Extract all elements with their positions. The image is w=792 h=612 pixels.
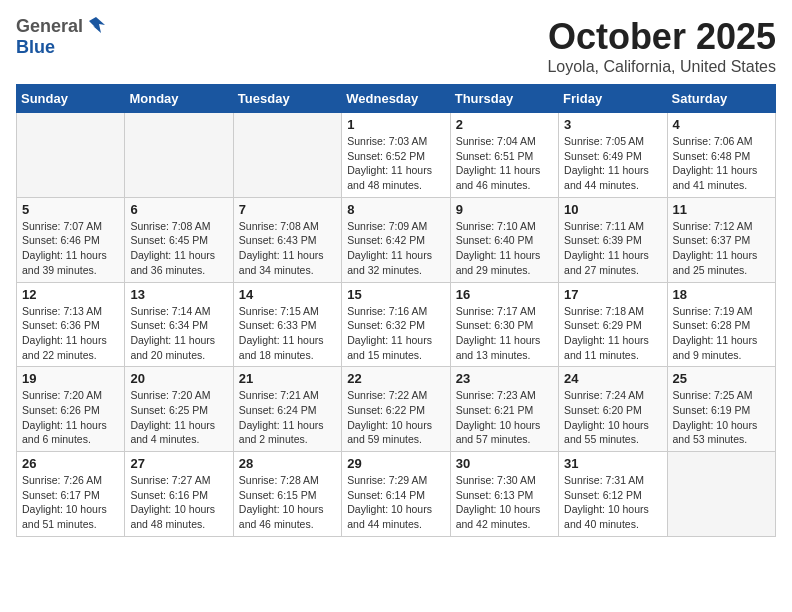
logo: General Blue [16,16,107,58]
calendar-cell: 14Sunrise: 7:15 AMSunset: 6:33 PMDayligh… [233,282,341,367]
calendar-cell: 4Sunrise: 7:06 AMSunset: 6:48 PMDaylight… [667,113,775,198]
weekday-header-saturday: Saturday [667,85,775,113]
title-block: October 2025 Loyola, California, United … [547,16,776,76]
day-number: 25 [673,371,770,386]
cell-info: Sunrise: 7:04 AMSunset: 6:51 PMDaylight:… [456,134,553,193]
cell-info: Sunrise: 7:05 AMSunset: 6:49 PMDaylight:… [564,134,661,193]
cell-info: Sunrise: 7:31 AMSunset: 6:12 PMDaylight:… [564,473,661,532]
calendar-cell: 3Sunrise: 7:05 AMSunset: 6:49 PMDaylight… [559,113,667,198]
day-number: 7 [239,202,336,217]
cell-info: Sunrise: 7:20 AMSunset: 6:26 PMDaylight:… [22,388,119,447]
calendar-row-3: 12Sunrise: 7:13 AMSunset: 6:36 PMDayligh… [17,282,776,367]
calendar-cell: 7Sunrise: 7:08 AMSunset: 6:43 PMDaylight… [233,197,341,282]
cell-info: Sunrise: 7:25 AMSunset: 6:19 PMDaylight:… [673,388,770,447]
day-number: 15 [347,287,444,302]
cell-info: Sunrise: 7:07 AMSunset: 6:46 PMDaylight:… [22,219,119,278]
cell-info: Sunrise: 7:28 AMSunset: 6:15 PMDaylight:… [239,473,336,532]
day-number: 24 [564,371,661,386]
day-number: 6 [130,202,227,217]
cell-info: Sunrise: 7:06 AMSunset: 6:48 PMDaylight:… [673,134,770,193]
logo-general: General [16,16,83,37]
cell-info: Sunrise: 7:23 AMSunset: 6:21 PMDaylight:… [456,388,553,447]
calendar-cell: 19Sunrise: 7:20 AMSunset: 6:26 PMDayligh… [17,367,125,452]
cell-info: Sunrise: 7:30 AMSunset: 6:13 PMDaylight:… [456,473,553,532]
day-number: 22 [347,371,444,386]
day-number: 30 [456,456,553,471]
calendar-cell [667,452,775,537]
calendar-cell [125,113,233,198]
day-number: 31 [564,456,661,471]
calendar-cell: 23Sunrise: 7:23 AMSunset: 6:21 PMDayligh… [450,367,558,452]
cell-info: Sunrise: 7:26 AMSunset: 6:17 PMDaylight:… [22,473,119,532]
page-header: General Blue October 2025 Loyola, Califo… [16,16,776,76]
day-number: 17 [564,287,661,302]
day-number: 2 [456,117,553,132]
weekday-header-thursday: Thursday [450,85,558,113]
logo-bird-icon [85,15,107,37]
day-number: 3 [564,117,661,132]
calendar-table: SundayMondayTuesdayWednesdayThursdayFrid… [16,84,776,537]
day-number: 14 [239,287,336,302]
calendar-cell: 9Sunrise: 7:10 AMSunset: 6:40 PMDaylight… [450,197,558,282]
calendar-row-4: 19Sunrise: 7:20 AMSunset: 6:26 PMDayligh… [17,367,776,452]
weekday-header-sunday: Sunday [17,85,125,113]
cell-info: Sunrise: 7:16 AMSunset: 6:32 PMDaylight:… [347,304,444,363]
cell-info: Sunrise: 7:11 AMSunset: 6:39 PMDaylight:… [564,219,661,278]
day-number: 26 [22,456,119,471]
calendar-cell: 10Sunrise: 7:11 AMSunset: 6:39 PMDayligh… [559,197,667,282]
cell-info: Sunrise: 7:21 AMSunset: 6:24 PMDaylight:… [239,388,336,447]
cell-info: Sunrise: 7:24 AMSunset: 6:20 PMDaylight:… [564,388,661,447]
calendar-cell [17,113,125,198]
calendar-cell: 5Sunrise: 7:07 AMSunset: 6:46 PMDaylight… [17,197,125,282]
day-number: 4 [673,117,770,132]
calendar-cell: 25Sunrise: 7:25 AMSunset: 6:19 PMDayligh… [667,367,775,452]
cell-info: Sunrise: 7:10 AMSunset: 6:40 PMDaylight:… [456,219,553,278]
calendar-cell: 1Sunrise: 7:03 AMSunset: 6:52 PMDaylight… [342,113,450,198]
calendar-cell: 2Sunrise: 7:04 AMSunset: 6:51 PMDaylight… [450,113,558,198]
day-number: 18 [673,287,770,302]
day-number: 8 [347,202,444,217]
weekday-header-friday: Friday [559,85,667,113]
calendar-cell: 13Sunrise: 7:14 AMSunset: 6:34 PMDayligh… [125,282,233,367]
day-number: 16 [456,287,553,302]
calendar-cell: 30Sunrise: 7:30 AMSunset: 6:13 PMDayligh… [450,452,558,537]
calendar-cell: 21Sunrise: 7:21 AMSunset: 6:24 PMDayligh… [233,367,341,452]
calendar-cell: 8Sunrise: 7:09 AMSunset: 6:42 PMDaylight… [342,197,450,282]
calendar-cell: 31Sunrise: 7:31 AMSunset: 6:12 PMDayligh… [559,452,667,537]
month-title: October 2025 [547,16,776,58]
cell-info: Sunrise: 7:03 AMSunset: 6:52 PMDaylight:… [347,134,444,193]
day-number: 21 [239,371,336,386]
cell-info: Sunrise: 7:08 AMSunset: 6:43 PMDaylight:… [239,219,336,278]
day-number: 9 [456,202,553,217]
day-number: 27 [130,456,227,471]
weekday-header-monday: Monday [125,85,233,113]
day-number: 10 [564,202,661,217]
cell-info: Sunrise: 7:19 AMSunset: 6:28 PMDaylight:… [673,304,770,363]
svg-marker-0 [89,17,105,33]
cell-info: Sunrise: 7:09 AMSunset: 6:42 PMDaylight:… [347,219,444,278]
cell-info: Sunrise: 7:15 AMSunset: 6:33 PMDaylight:… [239,304,336,363]
cell-info: Sunrise: 7:27 AMSunset: 6:16 PMDaylight:… [130,473,227,532]
calendar-cell: 29Sunrise: 7:29 AMSunset: 6:14 PMDayligh… [342,452,450,537]
calendar-cell: 22Sunrise: 7:22 AMSunset: 6:22 PMDayligh… [342,367,450,452]
calendar-cell: 18Sunrise: 7:19 AMSunset: 6:28 PMDayligh… [667,282,775,367]
day-number: 1 [347,117,444,132]
cell-info: Sunrise: 7:18 AMSunset: 6:29 PMDaylight:… [564,304,661,363]
calendar-cell: 12Sunrise: 7:13 AMSunset: 6:36 PMDayligh… [17,282,125,367]
day-number: 5 [22,202,119,217]
calendar-cell [233,113,341,198]
calendar-cell: 15Sunrise: 7:16 AMSunset: 6:32 PMDayligh… [342,282,450,367]
calendar-cell: 27Sunrise: 7:27 AMSunset: 6:16 PMDayligh… [125,452,233,537]
cell-info: Sunrise: 7:20 AMSunset: 6:25 PMDaylight:… [130,388,227,447]
day-number: 11 [673,202,770,217]
cell-info: Sunrise: 7:17 AMSunset: 6:30 PMDaylight:… [456,304,553,363]
day-number: 19 [22,371,119,386]
location: Loyola, California, United States [547,58,776,76]
cell-info: Sunrise: 7:22 AMSunset: 6:22 PMDaylight:… [347,388,444,447]
calendar-cell: 26Sunrise: 7:26 AMSunset: 6:17 PMDayligh… [17,452,125,537]
weekday-header-row: SundayMondayTuesdayWednesdayThursdayFrid… [17,85,776,113]
calendar-row-1: 1Sunrise: 7:03 AMSunset: 6:52 PMDaylight… [17,113,776,198]
day-number: 20 [130,371,227,386]
calendar-row-5: 26Sunrise: 7:26 AMSunset: 6:17 PMDayligh… [17,452,776,537]
cell-info: Sunrise: 7:14 AMSunset: 6:34 PMDaylight:… [130,304,227,363]
